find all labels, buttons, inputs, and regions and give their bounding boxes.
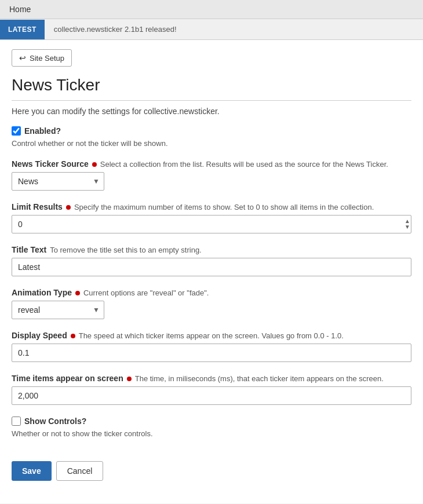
- news-ticker-source-group: News Ticker Source Select a collection f…: [12, 159, 411, 191]
- news-ticker-source-desc: Select a collection from the list. Resul…: [100, 160, 388, 169]
- home-link[interactable]: Home: [9, 5, 31, 14]
- show-controls-group: Show Controls? Whether or not to show th…: [12, 417, 411, 438]
- show-controls-label[interactable]: Show Controls?: [24, 417, 86, 426]
- show-controls-hint: Whether or not to show the ticker contro…: [12, 429, 411, 438]
- time-items-label-row: Time items appear on screen The time, in…: [12, 374, 411, 383]
- page-description: Here you can modify the settings for col…: [12, 107, 411, 116]
- required-dot-time: [127, 377, 132, 381]
- enabled-field-group: Enabled? Control whether or not the tick…: [12, 126, 411, 148]
- limit-results-input-wrap: ▲▼: [12, 215, 411, 233]
- banner-message: collective.newsticker 2.1b1 released!: [45, 19, 186, 39]
- latest-badge: LATEST: [0, 20, 45, 39]
- cancel-button[interactable]: Cancel: [56, 461, 104, 481]
- animation-type-select-wrap: reveal fade ▼: [12, 301, 104, 319]
- news-ticker-source-label-row: News Ticker Source Select a collection f…: [12, 159, 411, 169]
- time-items-desc: The time, in miliseconds (ms), that each…: [135, 374, 384, 383]
- enabled-checkbox-row: Enabled?: [12, 126, 411, 136]
- page-title: News Ticker: [12, 76, 411, 101]
- show-controls-checkbox-row: Show Controls?: [12, 417, 411, 426]
- form-actions: Save Cancel: [12, 452, 411, 481]
- animation-type-select[interactable]: reveal fade: [12, 301, 104, 319]
- limit-results-group: Limit Results Specify the maximum number…: [12, 202, 411, 233]
- show-controls-checkbox[interactable]: [12, 417, 21, 426]
- title-text-label-row: Title Text To remove the title set this …: [12, 245, 411, 254]
- required-dot-limit: [66, 205, 71, 210]
- enabled-hint: Control whether or not the ticker will b…: [12, 139, 411, 148]
- animation-type-desc: Current options are "reveal" or "fade".: [83, 288, 209, 297]
- title-text-desc: To remove the title set this to an empty…: [50, 246, 202, 254]
- display-speed-group: Display Speed The speed at which ticker …: [12, 331, 411, 362]
- enabled-checkbox[interactable]: [12, 126, 21, 136]
- display-speed-input[interactable]: [12, 344, 411, 362]
- limit-results-label: Limit Results: [12, 202, 63, 211]
- time-items-input[interactable]: [12, 386, 411, 405]
- animation-type-label: Animation Type: [12, 288, 72, 297]
- return-icon: ↩: [19, 53, 26, 63]
- title-text-input[interactable]: [12, 258, 411, 276]
- required-dot-animation: [75, 291, 80, 295]
- site-setup-button[interactable]: ↩ Site Setup: [12, 49, 72, 67]
- enabled-label[interactable]: Enabled?: [24, 126, 61, 136]
- animation-type-group: Animation Type Current options are "reve…: [12, 288, 411, 319]
- news-ticker-source-select[interactable]: News: [12, 172, 104, 191]
- news-ticker-source-label: News Ticker Source: [12, 159, 89, 169]
- news-ticker-source-select-wrap: News ▼: [12, 172, 104, 191]
- display-speed-desc: The speed at which ticker items appear o…: [79, 331, 344, 340]
- limit-results-label-row: Limit Results Specify the maximum number…: [12, 202, 411, 211]
- animation-type-label-row: Animation Type Current options are "reve…: [12, 288, 411, 297]
- save-button[interactable]: Save: [12, 461, 52, 481]
- time-items-label: Time items appear on screen: [12, 374, 123, 383]
- main-content: ↩ Site Setup News Ticker Here you can mo…: [0, 40, 423, 503]
- display-speed-label: Display Speed: [12, 331, 67, 340]
- title-text-group: Title Text To remove the title set this …: [12, 245, 411, 276]
- display-speed-label-row: Display Speed The speed at which ticker …: [12, 331, 411, 340]
- limit-results-input[interactable]: [12, 215, 411, 233]
- required-dot-speed: [71, 334, 75, 338]
- breadcrumb: Home: [0, 0, 423, 19]
- news-ticker-banner: LATEST collective.newsticker 2.1b1 relea…: [0, 19, 423, 40]
- time-items-group: Time items appear on screen The time, in…: [12, 374, 411, 405]
- limit-results-desc: Specify the maximum number of items to s…: [74, 203, 374, 211]
- required-dot-source: [92, 162, 97, 167]
- site-setup-label: Site Setup: [30, 54, 64, 63]
- title-text-label: Title Text: [12, 245, 46, 254]
